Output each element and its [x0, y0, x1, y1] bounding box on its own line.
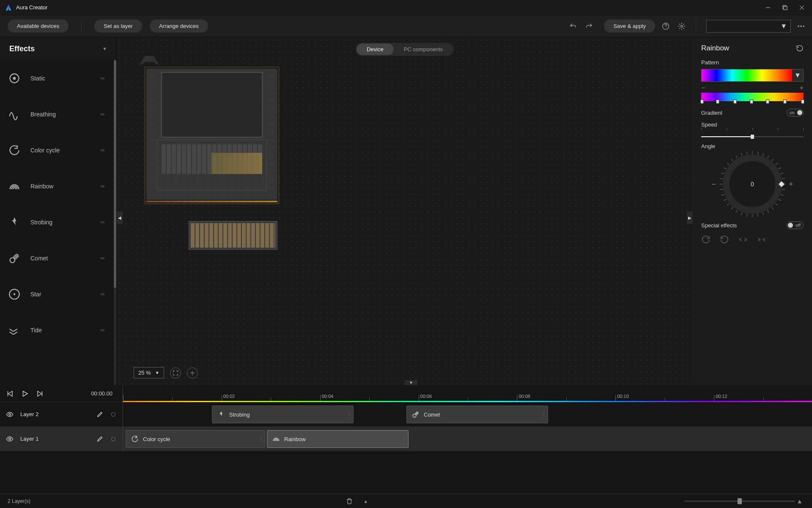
tab-device[interactable]: Device [357, 44, 394, 55]
rainbow-gradient-icon [702, 69, 792, 81]
timeline-clip-strobing[interactable]: Strobing⋮⋮ [212, 406, 354, 423]
effects-collapse-icon[interactable]: ▼ [102, 46, 107, 51]
clip-resize-grip-icon[interactable]: ⋮⋮ [542, 413, 546, 416]
mirror-horizontal-icon[interactable] [738, 235, 748, 244]
effect-label: Static [30, 75, 101, 82]
delete-layer-icon[interactable] [346, 497, 353, 505]
visibility-icon[interactable] [6, 411, 14, 418]
divider [81, 20, 82, 33]
edit-layer-icon[interactable] [96, 411, 103, 418]
maximize-button[interactable] [782, 4, 788, 11]
effect-item-strobing[interactable]: Strobing═ [0, 204, 114, 240]
zoom-in-icon[interactable]: ▲ [796, 497, 803, 505]
reset-icon[interactable] [796, 44, 804, 52]
effect-item-comet[interactable]: Comet═ [0, 240, 114, 276]
svg-point-13 [111, 437, 115, 441]
redo-icon[interactable] [585, 22, 593, 30]
speed-slider[interactable] [701, 136, 804, 137]
svg-point-9 [9, 413, 11, 415]
effect-item-star[interactable]: Star═ [0, 276, 114, 312]
effect-item-breathing[interactable]: Breathing═ [0, 96, 114, 132]
set-as-layer-button[interactable]: Set as layer [94, 19, 142, 33]
effect-item-static[interactable]: Static═ [0, 60, 114, 96]
go-start-button[interactable] [6, 390, 14, 398]
fit-view-icon[interactable] [170, 367, 181, 378]
angle-dial[interactable]: 0 [723, 155, 782, 214]
device-keyboard[interactable] [189, 221, 277, 250]
clip-resize-grip-icon[interactable]: ⋮⋮ [402, 437, 406, 441]
layer-track[interactable]: Strobing⋮⋮Comet⋮⋮ [123, 402, 812, 426]
slider-thumb[interactable] [738, 498, 742, 504]
clip-resize-grip-icon[interactable]: ⋮⋮ [347, 413, 351, 416]
drag-handle-icon[interactable]: ═ [101, 219, 105, 225]
zoom-out-icon[interactable]: ▲ [363, 499, 368, 504]
gradient-toggle[interactable]: on [787, 109, 804, 116]
drag-handle-icon[interactable]: ═ [101, 75, 105, 81]
drag-handle-icon[interactable]: ═ [101, 255, 105, 261]
timeline-clip-colorcycle[interactable]: Color cycle⋮⋮ [126, 430, 265, 448]
zoom-select[interactable]: 25 %▼ [134, 367, 164, 378]
rog-logo-icon [139, 56, 160, 66]
drag-handle-icon[interactable]: ═ [101, 291, 105, 297]
effects-panel: Effects ▼ Static═Breathing═Color cycle═R… [0, 37, 117, 385]
settings-icon[interactable] [678, 22, 686, 30]
visibility-icon[interactable] [6, 435, 14, 443]
undo-icon[interactable] [569, 22, 577, 30]
timeline-clip-comet[interactable]: Comet⋮⋮ [406, 406, 548, 423]
canvas[interactable] [117, 56, 693, 385]
timeline-layer[interactable]: Layer 1 Color cycle⋮⋮Rainbow⋮⋮ [0, 427, 812, 451]
save-apply-button[interactable]: Save & apply [604, 19, 655, 33]
timeline-zoom-slider[interactable] [685, 500, 795, 502]
device-laptop[interactable] [146, 69, 277, 200]
gradient-stops[interactable] [701, 93, 804, 101]
rotate-cw-icon[interactable] [701, 235, 710, 244]
drag-handle-icon[interactable]: ═ [101, 111, 105, 117]
slider-thumb[interactable] [751, 135, 754, 139]
help-icon[interactable] [662, 22, 669, 30]
minimize-button[interactable] [765, 4, 771, 11]
svg-point-3 [681, 25, 683, 27]
effect-item-tide[interactable]: Tide═ [0, 312, 114, 348]
tab-pc-components[interactable]: PC components [394, 44, 453, 55]
svg-point-8 [192, 372, 193, 374]
angle-label: Angle [701, 143, 804, 149]
layer-color-icon[interactable] [110, 411, 117, 418]
available-devices-button[interactable]: Available devices [8, 19, 69, 33]
divider [696, 20, 696, 33]
ruler-tick-label: 00:04 [322, 394, 334, 399]
arrange-devices-button[interactable]: Arrange devices [150, 19, 208, 33]
ruler-tick-label: 00:02 [223, 394, 235, 399]
go-end-button[interactable] [36, 390, 44, 398]
mirror-in-icon[interactable] [757, 235, 766, 244]
special-effects-toggle[interactable]: off [787, 221, 804, 229]
scrollbar-thumb[interactable] [114, 60, 116, 288]
drag-handle-icon[interactable]: ═ [101, 327, 105, 333]
close-button[interactable] [798, 4, 805, 11]
svg-point-5 [13, 77, 16, 80]
angle-decrement-button[interactable]: − [711, 180, 716, 189]
timeline-clip-rainbow[interactable]: Rainbow⋮⋮ [267, 430, 409, 448]
remove-stop-button[interactable]: − [701, 84, 705, 92]
drag-handle-icon[interactable]: ═ [101, 183, 105, 189]
profile-dropdown[interactable]: ▼ [706, 20, 791, 33]
layer-color-icon[interactable] [110, 436, 117, 442]
timeline-ruler[interactable]: 00:0200:0400:0600:0800:1000:1200:1 [123, 385, 812, 402]
layer-track[interactable]: Color cycle⋮⋮Rainbow⋮⋮ [123, 427, 812, 451]
drag-handle-icon[interactable]: ═ [101, 147, 105, 153]
scrollbar-track[interactable] [114, 60, 116, 385]
effect-label: Color cycle [30, 147, 101, 154]
center-view-icon[interactable] [187, 367, 198, 378]
angle-increment-button[interactable]: + [789, 180, 793, 189]
effect-label: Strobing [30, 219, 101, 226]
pattern-dropdown[interactable]: ▼ [701, 69, 804, 82]
edit-layer-icon[interactable] [96, 436, 103, 442]
rotate-ccw-icon[interactable] [720, 235, 729, 244]
clip-resize-grip-icon[interactable]: ⋮⋮ [259, 437, 263, 441]
add-stop-button[interactable]: + [800, 84, 804, 92]
effect-item-rainbow[interactable]: Rainbow═ [0, 168, 114, 204]
svg-point-11 [413, 414, 416, 417]
timeline-layer[interactable]: Layer 2 Strobing⋮⋮Comet⋮⋮ [0, 402, 812, 427]
play-button[interactable] [21, 390, 29, 398]
more-options-button[interactable] [798, 25, 804, 27]
effect-item-colorcycle[interactable]: Color cycle═ [0, 132, 114, 168]
